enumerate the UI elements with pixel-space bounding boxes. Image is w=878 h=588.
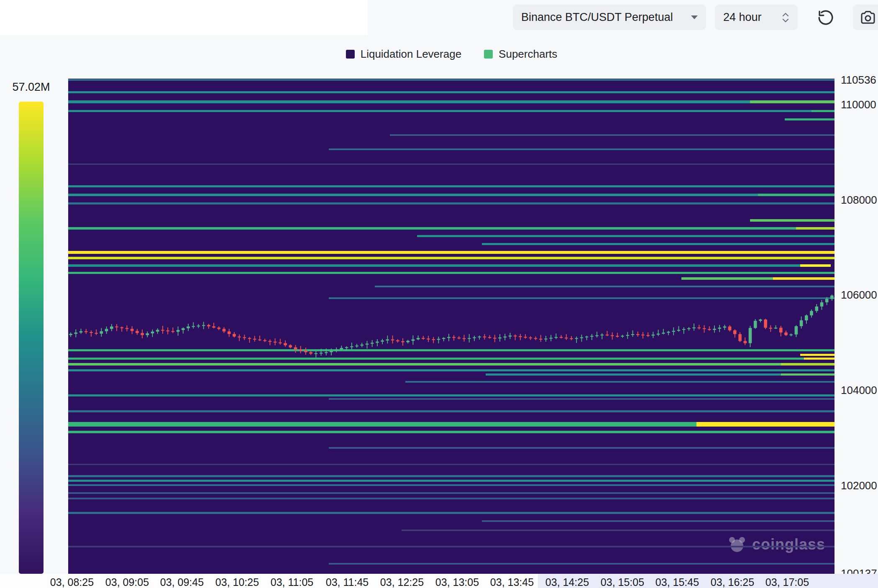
y-axis-label: 102000 [841,479,878,492]
legend-item-liquidation-leverage[interactable]: Liquidation Leverage [346,48,461,61]
legend-item-supercharts[interactable]: Supercharts [484,48,557,61]
y-axis-label: 104000 [841,384,878,397]
x-axis-label: 03, 17:05 [754,576,821,588]
legend-swatch-supercharts [484,50,493,59]
timeframe-select-value: 24 hour [723,11,762,24]
legend-label: Liquidation Leverage [361,48,461,61]
heatmap-plot[interactable]: coinglass [68,79,834,574]
legend: Liquidation Leverage Supercharts [0,48,878,61]
legend-swatch-liquidation-leverage [346,50,355,59]
candlestick-overlay [68,79,834,574]
refresh-button[interactable] [812,6,840,29]
colorbar [19,102,44,574]
symbol-select[interactable]: Binance BTC/USDT Perpetual [513,5,706,30]
y-axis-label: 110536 [841,74,878,87]
legend-label: Supercharts [499,48,557,61]
colorbar-max-label: 57.02M [7,81,55,94]
camera-icon [860,9,876,26]
chevron-down-icon [691,15,698,19]
y-axis-label: 106000 [841,289,878,302]
refresh-icon [817,9,834,26]
stepper-icon [782,13,789,23]
camera-button[interactable] [853,5,878,30]
symbol-select-value: Binance BTC/USDT Perpetual [521,11,673,24]
y-axis-label: 108000 [841,194,878,207]
liquidation-heatmap-page: Binance BTC/USDT Perpetual 24 hour [0,0,878,588]
timeframe-select[interactable]: 24 hour [715,5,798,30]
y-axis-label: 110000 [841,98,878,111]
toolbar: Binance BTC/USDT Perpetual 24 hour [0,0,878,35]
toolbar-left-panel [0,0,368,35]
